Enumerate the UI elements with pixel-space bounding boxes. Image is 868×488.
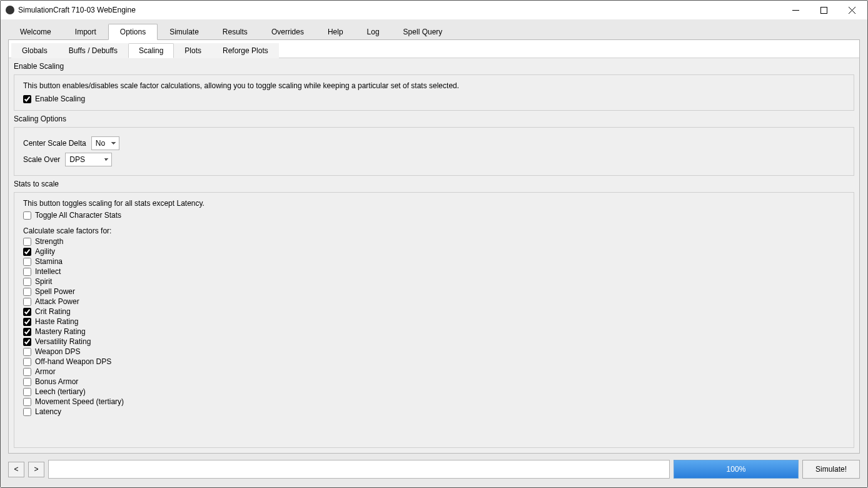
stat-checkbox-latency[interactable] [23,408,31,416]
stat-checkbox-off-hand-weapon-dps[interactable] [23,358,31,366]
stat-label: Intellect [35,267,61,276]
stat-checkbox-list: StrengthAgilityStaminaIntellectSpiritSpe… [23,236,845,417]
scale-over-select[interactable]: DPS [65,153,112,166]
stat-label: Haste Rating [35,317,78,326]
main-tab-spell-query[interactable]: Spell Query [391,24,455,40]
stat-label: Spell Power [35,287,75,296]
main-tab-overrides[interactable]: Overrides [260,24,316,40]
stat-checkbox-crit-rating[interactable] [23,308,31,316]
stat-label: Attack Power [35,297,79,306]
nav-forward-button[interactable]: > [28,462,44,477]
sub-tab-buffs-debuffs[interactable]: Buffs / Debuffs [58,43,128,58]
stat-label: Versatility Rating [35,337,91,346]
main-tabpane: GlobalsBuffs / DebuffsScalingPlotsReforg… [8,40,860,454]
enable-scaling-checkbox-label: Enable Scaling [35,94,85,103]
stats-group-label: Stats to scale [14,178,854,190]
sub-tab-globals[interactable]: Globals [11,43,58,58]
enable-scaling-checkbox[interactable] [23,95,31,103]
enable-scaling-desc: This button enables/disables scale facto… [23,81,845,90]
stat-checkbox-leech-tertiary-[interactable] [23,388,31,396]
main-tab-results[interactable]: Results [211,24,260,40]
stat-label: Spirit [35,277,52,286]
window-title: SimulationCraft 710-03 WebEngine [18,6,782,14]
svg-rect-1 [821,7,827,13]
main-tab-simulate[interactable]: Simulate [158,24,211,40]
stat-label: Off-hand Weapon DPS [35,357,111,366]
stat-label: Bonus Armor [35,377,78,386]
command-input[interactable] [48,460,670,479]
enable-scaling-group-label: Enable Scaling [14,61,854,72]
stat-checkbox-mastery-rating[interactable] [23,328,31,336]
stat-checkbox-intellect[interactable] [23,268,31,276]
scale-over-label: Scale Over [23,155,60,164]
progress-value: 100% [727,465,746,474]
stat-checkbox-strength[interactable] [23,238,31,246]
main-tabstrip: WelcomeImportOptionsSimulateResultsOverr… [8,23,860,40]
scaling-options-group-label: Scaling Options [14,113,854,125]
main-tab-log[interactable]: Log [355,24,391,40]
enable-scaling-group: This button enables/disables scale facto… [14,74,854,111]
stat-label: Weapon DPS [35,347,81,356]
sub-tab-scaling[interactable]: Scaling [128,43,174,58]
toggle-all-stats-label: Toggle All Character Stats [35,211,121,220]
sub-tab-plots[interactable]: Plots [174,43,212,58]
stat-checkbox-stamina[interactable] [23,258,31,266]
center-scale-delta-label: Center Scale Delta [23,139,86,148]
stat-label: Crit Rating [35,307,71,316]
main-tab-import[interactable]: Import [63,24,108,40]
app-icon [6,6,14,14]
main-tab-help[interactable]: Help [316,24,355,40]
toggle-all-desc: This button toggles scaling for all stat… [23,199,845,208]
stats-group: This button toggles scaling for all stat… [14,192,854,448]
main-tab-welcome[interactable]: Welcome [8,24,63,40]
stat-checkbox-attack-power[interactable] [23,298,31,306]
stat-checkbox-agility[interactable] [23,248,31,256]
stat-checkbox-spirit[interactable] [23,278,31,286]
stat-checkbox-versatility-rating[interactable] [23,338,31,346]
stat-label: Stamina [35,257,63,266]
sub-tab-reforge-plots[interactable]: Reforge Plots [212,43,279,58]
stat-label: Leech (tertiary) [35,387,86,396]
stat-label: Mastery Rating [35,327,86,336]
center-scale-delta-select[interactable]: No [91,136,119,150]
stat-checkbox-weapon-dps[interactable] [23,348,31,356]
sub-tabstrip: GlobalsBuffs / DebuffsScalingPlotsReforg… [9,40,859,58]
calc-factors-label: Calculate scale factors for: [23,226,845,235]
simulate-button[interactable]: Simulate! [802,460,860,479]
footer-bar: < > 100% Simulate! [1,454,867,487]
toggle-all-stats-checkbox[interactable] [23,211,31,220]
stat-label: Latency [35,407,61,416]
stat-checkbox-movement-speed-tertiary-[interactable] [23,398,31,406]
stat-label: Movement Speed (tertiary) [35,397,124,406]
stat-label: Armor [35,367,56,376]
nav-back-button[interactable]: < [8,462,24,477]
minimize-button[interactable] [782,1,810,19]
stat-label: Strength [35,237,63,246]
main-tab-options[interactable]: Options [108,24,158,40]
maximize-button[interactable] [810,1,838,19]
stat-checkbox-armor[interactable] [23,368,31,376]
close-button[interactable] [838,1,866,19]
client-area: WelcomeImportOptionsSimulateResultsOverr… [1,19,867,454]
titlebar: SimulationCraft 710-03 WebEngine [1,1,867,19]
stat-checkbox-spell-power[interactable] [23,288,31,296]
stat-checkbox-haste-rating[interactable] [23,318,31,326]
scaling-options-group: Center Scale Delta No Scale Over DPS [14,127,854,176]
scaling-content: Enable Scaling This button enables/disab… [9,58,859,453]
app-window: SimulationCraft 710-03 WebEngine Welcome… [0,0,868,488]
stat-label: Agility [35,247,55,256]
stat-checkbox-bonus-armor[interactable] [23,378,31,386]
progress-bar: 100% [674,460,799,479]
